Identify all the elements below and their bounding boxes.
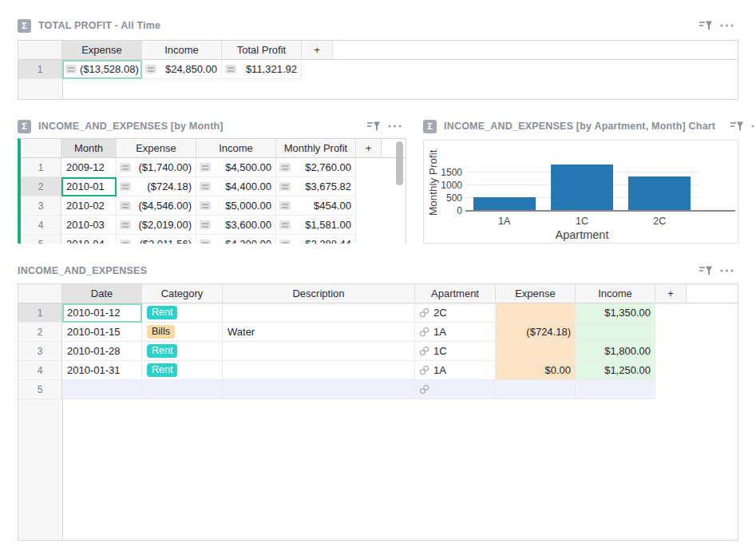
cell-description[interactable]: Water: [223, 323, 415, 342]
row-number[interactable]: 2: [18, 323, 62, 342]
cell-description[interactable]: [223, 342, 415, 361]
row-number[interactable]: 3: [18, 342, 62, 361]
cell-month[interactable]: 2010-04: [61, 235, 117, 244]
vertical-scrollbar[interactable]: [396, 141, 403, 185]
cell-apartment[interactable]: 1C: [415, 342, 496, 361]
formula-icon: [200, 182, 211, 191]
row-number[interactable]: 1: [18, 60, 62, 79]
cell-category[interactable]: Rent: [142, 303, 223, 323]
cell-month[interactable]: 2010-02: [61, 196, 117, 216]
cell-expense[interactable]: ($2,019.00): [117, 216, 196, 235]
cell-category[interactable]: Rent: [142, 361, 223, 380]
cell-expense[interactable]: ($4,546.00): [117, 196, 196, 216]
cell-income[interactable]: $4,400.00: [196, 177, 276, 196]
formula-icon: [120, 163, 131, 172]
column-header-description[interactable]: Description: [223, 284, 415, 303]
cell-expense[interactable]: ($724.18): [117, 177, 196, 196]
cell-expense[interactable]: ($2,011.56): [117, 235, 196, 244]
cell-income[interactable]: $24,850.00: [142, 60, 222, 79]
more-options-icon[interactable]: [388, 125, 402, 128]
cell-income[interactable]: $4,300.00: [196, 235, 276, 244]
cell-expense[interactable]: ($1,740.00): [117, 158, 196, 177]
cell-total-profit[interactable]: $11,321.92: [222, 60, 302, 79]
cell-month[interactable]: 2009-12: [61, 158, 117, 177]
cell-income[interactable]: [576, 323, 655, 342]
corner-cell[interactable]: [18, 284, 62, 303]
sort-filter-icon[interactable]: [699, 265, 713, 277]
add-column-button[interactable]: +: [356, 139, 382, 158]
cell-income[interactable]: $1,350.00: [576, 303, 655, 323]
column-header-total-profit[interactable]: Total Profit: [222, 41, 302, 60]
cell-monthly-profit[interactable]: $2,288.44: [276, 235, 356, 244]
cell-income[interactable]: $4,500.00: [196, 158, 276, 177]
row-number[interactable]: 5: [21, 235, 61, 244]
cell-month[interactable]: 2010-03: [61, 216, 117, 235]
cell-month[interactable]: 2010-01: [61, 177, 117, 196]
cell-expense[interactable]: [496, 380, 576, 399]
column-header-expense[interactable]: Expense: [62, 41, 142, 60]
row-number[interactable]: 4: [18, 361, 62, 380]
cell-date[interactable]: [62, 380, 142, 399]
cell-category[interactable]: Bills: [142, 323, 223, 342]
row-number[interactable]: 1: [18, 303, 62, 323]
cell-expense[interactable]: ($724.18): [496, 323, 576, 342]
column-header-category[interactable]: Category: [142, 284, 223, 303]
cell-date[interactable]: 2010-01-12: [62, 303, 142, 323]
cell-expense[interactable]: [496, 342, 576, 361]
cell-apartment[interactable]: 1A: [415, 323, 496, 342]
column-header-income[interactable]: Income: [576, 284, 655, 303]
add-column-button[interactable]: +: [655, 284, 687, 303]
column-header-apartment[interactable]: Apartment: [415, 284, 496, 303]
row-number[interactable]: 1: [21, 158, 61, 177]
more-options-icon[interactable]: [720, 269, 734, 272]
table-filler: [18, 79, 738, 99]
cell-expense[interactable]: [496, 303, 576, 323]
cell-expense[interactable]: ($13,528.08): [62, 60, 142, 79]
cell-income[interactable]: [576, 380, 655, 399]
formula-icon: [120, 220, 131, 229]
cell-apartment[interactable]: 1A: [415, 361, 496, 380]
cell-monthly-profit[interactable]: $3,675.82: [276, 177, 356, 196]
corner-cell[interactable]: [21, 139, 61, 158]
cell-expense[interactable]: $0.00: [496, 361, 576, 380]
cell-apartment[interactable]: 2C: [415, 303, 496, 323]
cell-date[interactable]: 2010-01-15: [62, 323, 142, 342]
more-options-icon[interactable]: [720, 24, 734, 27]
cell-monthly-profit[interactable]: $1,581.00: [276, 216, 356, 235]
cell-description[interactable]: [223, 380, 415, 399]
column-header-date[interactable]: Date: [62, 284, 142, 303]
column-header-expense[interactable]: Expense: [496, 284, 576, 303]
cell-monthly-profit[interactable]: $454.00: [276, 196, 356, 216]
column-header-monthly-profit[interactable]: Monthly Profit: [276, 139, 356, 158]
sort-filter-icon[interactable]: [699, 20, 713, 32]
formula-icon: [145, 65, 156, 73]
sort-filter-icon[interactable]: [730, 121, 744, 133]
column-header-expense[interactable]: Expense: [117, 139, 196, 158]
row-number[interactable]: 2: [21, 177, 61, 196]
column-header-income[interactable]: Income: [196, 139, 276, 158]
more-options-icon[interactable]: [751, 125, 756, 128]
cell-date[interactable]: 2010-01-28: [62, 342, 142, 361]
cell-date[interactable]: 2010-01-31: [62, 361, 142, 380]
row-number[interactable]: 3: [21, 196, 61, 216]
cell-apartment[interactable]: [415, 380, 496, 399]
sort-filter-icon[interactable]: [366, 121, 381, 133]
cell-description[interactable]: [223, 361, 415, 380]
add-column-button[interactable]: +: [302, 41, 333, 60]
filler: [63, 399, 738, 540]
cell-income[interactable]: $1,800.00: [576, 342, 655, 361]
table-row: 1 2009-12 ($1,740.00) $4,500.00 $2,760.0…: [21, 158, 406, 177]
cell-income[interactable]: $5,000.00: [196, 196, 276, 216]
cell-category[interactable]: Rent: [142, 342, 223, 361]
corner-cell[interactable]: [18, 41, 62, 60]
column-header-month[interactable]: Month: [61, 139, 117, 158]
row-number[interactable]: 4: [21, 216, 61, 235]
cell-monthly-profit[interactable]: $2,760.00: [276, 158, 356, 177]
column-header-income[interactable]: Income: [142, 41, 222, 60]
cell-income[interactable]: $1,250.00: [576, 361, 655, 380]
cell-description[interactable]: [223, 303, 415, 323]
cell-category[interactable]: [142, 380, 223, 399]
row-number[interactable]: 5: [18, 380, 62, 399]
cell-value: ($13,528.08): [80, 63, 139, 75]
cell-income[interactable]: $3,600.00: [196, 216, 276, 235]
